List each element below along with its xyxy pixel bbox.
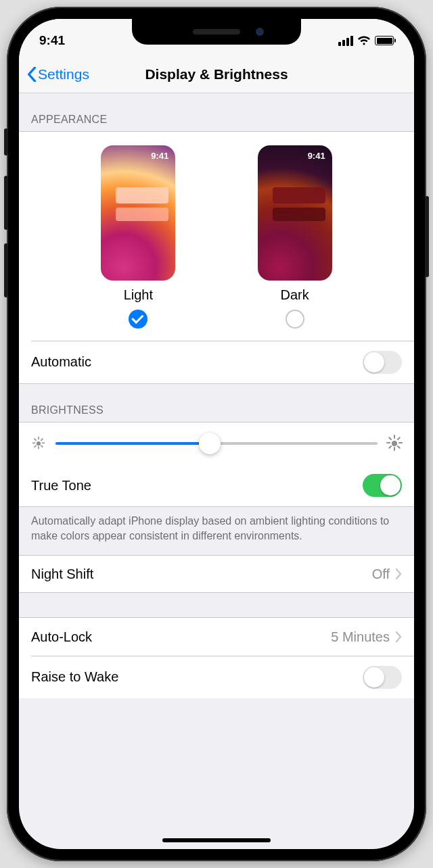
night-shift-value: Off xyxy=(372,566,390,582)
automatic-label: Automatic xyxy=(31,354,91,370)
battery-icon xyxy=(375,36,394,45)
auto-lock-row[interactable]: Auto-Lock 5 Minutes xyxy=(19,618,414,656)
chevron-right-icon xyxy=(395,631,402,642)
dark-mode-radio[interactable] xyxy=(286,310,304,329)
true-tone-footer: Automatically adapt iPhone display based… xyxy=(19,507,414,555)
chevron-right-icon xyxy=(395,569,402,579)
chevron-left-icon xyxy=(27,67,37,82)
checkmark-icon xyxy=(131,312,143,324)
back-label: Settings xyxy=(38,66,89,82)
status-time: 9:41 xyxy=(39,33,65,48)
volume-down-button xyxy=(4,243,8,297)
dark-mode-label: Dark xyxy=(281,287,309,303)
wifi-icon xyxy=(357,35,371,46)
brightness-high-icon xyxy=(387,436,402,451)
brightness-slider-thumb[interactable] xyxy=(199,433,221,454)
appearance-picker: 9:41 Light 9:41 Dark xyxy=(19,132,414,341)
back-button[interactable]: Settings xyxy=(27,66,89,82)
light-mode-label: Light xyxy=(124,287,153,303)
auto-lock-label: Auto-Lock xyxy=(31,629,92,645)
section-header-brightness: BRIGHTNESS xyxy=(19,384,414,422)
night-shift-row[interactable]: Night Shift Off xyxy=(19,555,414,593)
status-right xyxy=(338,35,394,46)
dark-mode-thumbnail: 9:41 xyxy=(258,145,332,281)
brightness-low-icon xyxy=(32,437,44,449)
appearance-option-dark[interactable]: 9:41 Dark xyxy=(258,145,332,329)
auto-lock-value: 5 Minutes xyxy=(331,629,390,645)
thumbnail-time: 9:41 xyxy=(151,151,168,161)
raise-to-wake-row: Raise to Wake xyxy=(19,656,414,698)
front-camera xyxy=(256,28,264,36)
light-mode-thumbnail: 9:41 xyxy=(101,145,175,281)
home-indicator[interactable] xyxy=(162,838,271,842)
light-mode-radio[interactable] xyxy=(129,310,147,329)
automatic-row: Automatic xyxy=(19,341,414,383)
thumbnail-time: 9:41 xyxy=(308,151,325,161)
true-tone-label: True Tone xyxy=(31,478,91,493)
raise-to-wake-label: Raise to Wake xyxy=(31,669,118,685)
automatic-toggle[interactable] xyxy=(363,351,402,374)
raise-to-wake-toggle[interactable] xyxy=(363,666,402,689)
brightness-slider-row xyxy=(19,423,414,464)
navigation-bar: Settings Display & Brightness xyxy=(19,55,414,93)
brightness-slider-fill xyxy=(55,442,210,445)
brightness-slider[interactable] xyxy=(55,442,378,445)
night-shift-label: Night Shift xyxy=(31,566,93,582)
power-button xyxy=(425,196,429,277)
notch xyxy=(132,19,301,45)
speaker-grille xyxy=(193,29,240,34)
silence-switch xyxy=(4,128,8,155)
phone-frame: 9:41 Settings Display & Brightness APPEA… xyxy=(7,7,426,861)
section-header-appearance: APPEARANCE xyxy=(19,93,414,131)
screen: 9:41 Settings Display & Brightness APPEA… xyxy=(19,19,414,849)
volume-up-button xyxy=(4,176,8,230)
true-tone-toggle[interactable] xyxy=(363,474,402,497)
true-tone-row: True Tone xyxy=(19,464,414,506)
appearance-option-light[interactable]: 9:41 Light xyxy=(101,145,175,329)
cellular-signal-icon xyxy=(338,36,353,46)
